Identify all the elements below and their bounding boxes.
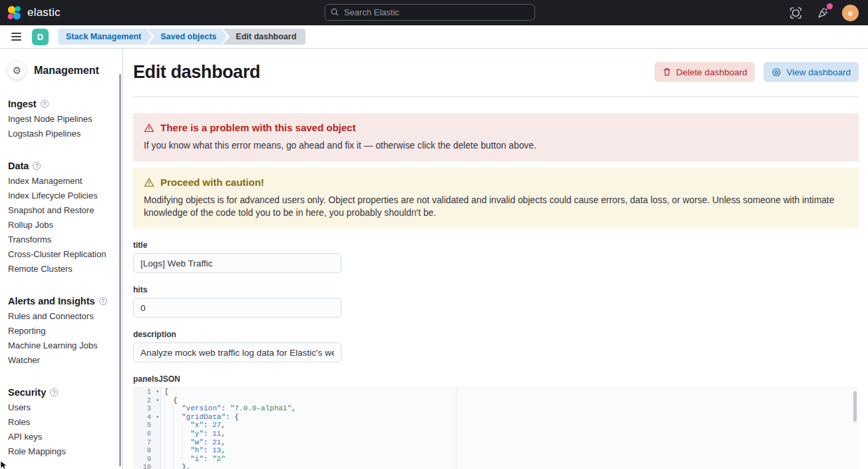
breadcrumb-bar: D Stack ManagementSaved objectsEdit dash… — [0, 25, 868, 49]
main-content: Edit dashboard Delete dashboard View das… — [123, 49, 868, 469]
sidebar-item-remote-clusters[interactable]: Remote Clusters — [0, 262, 122, 276]
gutter-line-number[interactable]: 5 — [133, 421, 161, 430]
sidebar-item-ingest-node-pipelines[interactable]: Ingest Node Pipelines — [0, 112, 122, 127]
code-text: [ — [161, 388, 169, 396]
sidebar-item-users[interactable]: Users — [0, 400, 122, 415]
user-avatar[interactable]: e — [842, 5, 859, 21]
sidebar-item-watcher[interactable]: Watcher — [0, 353, 122, 368]
gutter-line-number[interactable]: 3 — [133, 404, 161, 413]
breadcrumb-stack-management[interactable]: Stack Management — [58, 29, 152, 45]
sidebar-section-ingest: Ingest — [8, 99, 122, 109]
error-callout-body: If you know what this error means, go ah… — [144, 139, 848, 152]
newsfeed-button[interactable] — [815, 5, 831, 21]
code-line: 10}, — [133, 463, 859, 469]
editor-scrollbar[interactable] — [853, 391, 857, 422]
header-divider — [133, 97, 859, 97]
code-line: 2{ — [133, 396, 859, 405]
warning-triangle-icon — [144, 177, 154, 188]
global-search[interactable] — [325, 4, 535, 21]
code-line: 9"i": "2" — [133, 455, 859, 464]
help-icon — [789, 7, 802, 19]
code-text: "y": 11, — [161, 430, 226, 438]
code-line: 8"h": 13, — [133, 446, 859, 455]
form-row-title: title — [133, 240, 859, 273]
form-row-hits: hits — [133, 285, 859, 318]
gutter-line-number[interactable]: 8 — [133, 446, 161, 455]
notification-dot — [827, 3, 833, 9]
warning-callout: Proceed with caution! Modifying objects … — [133, 168, 859, 229]
sidebar-item-cross-cluster-replication[interactable]: Cross-Cluster Replication — [0, 247, 122, 262]
sidebar-section-alerts-and-insights: Alerts and Insights — [8, 296, 122, 306]
brand-name: elastic — [27, 6, 61, 19]
sidebar-item-logstash-pipelines[interactable]: Logstash Pipelines — [0, 127, 122, 141]
sidebar-item-index-management[interactable]: Index Management — [0, 174, 122, 189]
code-text: }, — [161, 463, 190, 469]
code-line: 4"gridData": { — [133, 413, 859, 422]
code-line: 3"version": "7.0.0-alpha1", — [133, 404, 859, 413]
sidebar-item-transforms[interactable]: Transforms — [0, 233, 122, 247]
gutter-line-number[interactable]: 10 — [133, 463, 161, 469]
space-avatar[interactable]: D — [32, 29, 49, 45]
sidebar-item-rollup-jobs[interactable]: Rollup Jobs — [0, 218, 122, 233]
description-field[interactable] — [133, 342, 341, 362]
code-text: "version": "7.0.0-alpha1", — [161, 404, 296, 413]
sidebar-item-snapshot-and-restore[interactable]: Snapshot and Restore — [0, 203, 122, 218]
warning-callout-body: Modifying objects is for advanced users … — [144, 194, 848, 219]
title-label: title — [133, 240, 859, 250]
management-sidebar: ⚙ Management IngestIngest Node Pipelines… — [0, 49, 123, 469]
sidebar-title: Management — [34, 65, 99, 77]
code-text: "i": "2" — [161, 455, 226, 464]
warning-triangle-icon — [144, 123, 154, 133]
breadcrumbs: Stack ManagementSaved objectsEdit dashbo… — [58, 29, 306, 45]
elastic-logo[interactable]: elastic — [7, 5, 61, 21]
gutter-line-number[interactable]: 4 — [133, 413, 161, 422]
page-title: Edit dashboard — [133, 62, 260, 82]
description-label: description — [133, 330, 859, 339]
section-help-icon — [50, 388, 58, 396]
sidebar-item-reporting[interactable]: Reporting — [0, 324, 122, 338]
search-input[interactable] — [344, 7, 529, 17]
gutter-line-number[interactable]: 1 — [133, 388, 161, 396]
sidebar-section-security: Security — [8, 387, 122, 398]
hamburger-menu-icon[interactable] — [5, 26, 27, 47]
mouse-cursor — [0, 460, 9, 469]
error-callout: There is a problem with this saved objec… — [133, 113, 859, 161]
code-text: "w": 21, — [161, 438, 226, 447]
code-text: { — [161, 396, 178, 405]
sidebar-item-roles[interactable]: Roles — [0, 415, 122, 430]
gutter-line-number[interactable]: 6 — [133, 430, 161, 438]
view-eye-icon — [771, 67, 781, 77]
sidebar-section-data: Data — [8, 161, 122, 171]
hits-field[interactable] — [133, 298, 341, 318]
sidebar-item-index-lifecycle-policies[interactable]: Index Lifecycle Policies — [0, 189, 122, 203]
search-icon — [331, 8, 339, 17]
sidebar-item-api-keys[interactable]: API keys — [0, 430, 122, 444]
elastic-logo-icon — [7, 5, 22, 21]
delete-dashboard-button[interactable]: Delete dashboard — [654, 62, 756, 82]
sidebar-item-machine-learning-jobs[interactable]: Machine Learning Jobs — [0, 338, 122, 353]
code-line: 6"y": 11, — [133, 430, 859, 438]
breadcrumb-edit-dashboard: Edit dashboard — [222, 29, 306, 45]
view-dashboard-button[interactable]: View dashboard — [763, 62, 859, 82]
panels-json-label: panelsJSON — [133, 374, 859, 384]
sidebar-nav: IngestIngest Node PipelinesLogstash Pipe… — [0, 99, 122, 459]
section-help-icon — [99, 297, 107, 305]
title-field[interactable] — [133, 253, 341, 273]
section-help-icon — [33, 162, 41, 170]
print-margin-line — [456, 388, 457, 469]
code-lines: 1[2{3"version": "7.0.0-alpha1",4"gridDat… — [133, 388, 859, 469]
sidebar-scrollbar[interactable] — [119, 74, 121, 466]
code-text: "x": 27, — [161, 421, 226, 430]
sidebar-item-role-mappings[interactable]: Role Mappings — [0, 444, 122, 459]
trash-icon — [662, 67, 672, 77]
help-menu-button[interactable] — [787, 5, 803, 21]
gutter-line-number[interactable]: 2 — [133, 396, 161, 405]
code-line: 1[ — [133, 388, 859, 396]
breadcrumb-saved-objects[interactable]: Saved objects — [147, 29, 227, 45]
gear-icon: ⚙ — [8, 61, 26, 79]
gutter-line-number[interactable]: 7 — [133, 438, 161, 447]
panels-json-editor[interactable]: 1[2{3"version": "7.0.0-alpha1",4"gridDat… — [133, 387, 859, 469]
code-text: "gridData": { — [161, 413, 239, 422]
gutter-line-number[interactable]: 9 — [133, 455, 161, 464]
sidebar-item-rules-and-connectors[interactable]: Rules and Connectors — [0, 309, 122, 324]
